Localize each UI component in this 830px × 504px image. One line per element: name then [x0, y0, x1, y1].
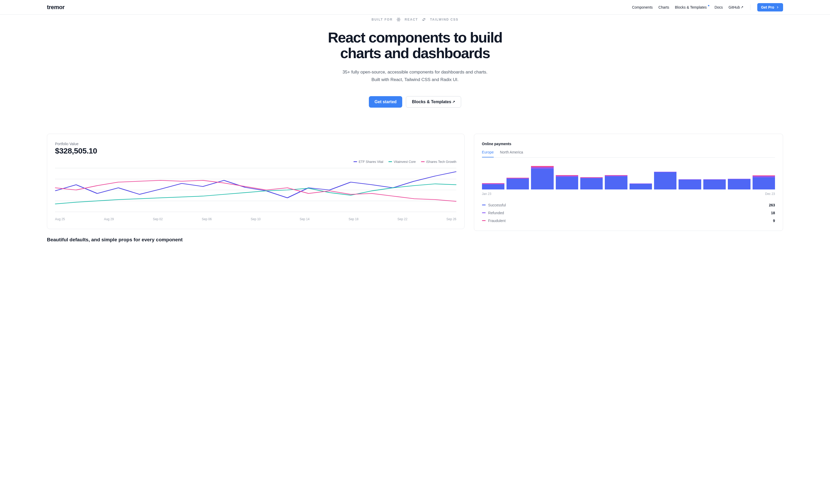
blocks-templates-button[interactable]: Blocks & Templates↗ — [406, 96, 461, 108]
nav-github[interactable]: GitHub↗ — [729, 5, 744, 9]
main-nav: Components Charts Blocks & Templates Doc… — [632, 3, 783, 11]
hero-ctas: Get started Blocks & Templates↗ — [0, 96, 830, 108]
x-tick: Aug 29 — [104, 217, 114, 221]
legend-item-vita: Vitainvest Core — [388, 160, 416, 164]
react-label: REACT — [405, 18, 418, 21]
bar-group — [703, 179, 726, 189]
x-tick: Sep 18 — [349, 217, 358, 221]
bar-segment — [654, 172, 676, 189]
legend-swatch — [388, 161, 392, 162]
bar-segment — [678, 180, 701, 189]
payments-title: Online payments — [482, 142, 775, 146]
tab-europe[interactable]: Europe — [482, 150, 494, 158]
tab-north-america[interactable]: North America — [500, 150, 523, 158]
bar-segment — [630, 184, 652, 190]
hero: BUILT FOR REACT TAILWIND CSS React compo… — [0, 14, 830, 121]
left-column: Portfolio Value $328,505.10 ETF Shares V… — [47, 134, 465, 243]
bar-chart-x-axis: Jan 23 Dec 23 — [482, 192, 775, 196]
bar-segment — [507, 179, 529, 189]
react-icon — [396, 17, 401, 22]
bar-group — [507, 178, 529, 190]
badge-dot-icon — [708, 5, 709, 6]
nav-blocks[interactable]: Blocks & Templates — [675, 5, 709, 9]
bar-group — [605, 175, 627, 190]
stat-value: 263 — [769, 203, 775, 207]
nav-components[interactable]: Components — [632, 5, 652, 9]
get-pro-button[interactable]: Get Pro — [757, 3, 783, 11]
site-header: tremor Components Charts Blocks & Templa… — [0, 0, 830, 14]
stat-value: 9 — [773, 219, 775, 223]
tailwind-icon — [422, 17, 426, 22]
x-tick: Aug 25 — [55, 217, 65, 221]
content-row: Portfolio Value $328,505.10 ETF Shares V… — [0, 121, 830, 248]
built-for-label: BUILT FOR — [372, 18, 392, 21]
nav-charts[interactable]: Charts — [659, 5, 669, 9]
tailwind-label: TAILWIND CSS — [430, 18, 458, 21]
x-tick: Sep 26 — [447, 217, 456, 221]
built-for-row: BUILT FOR REACT TAILWIND CSS — [0, 17, 830, 22]
bar-segment — [703, 180, 726, 189]
stat-swatch — [482, 205, 486, 205]
line-chart-x-axis: Aug 25Aug 29Sep 02Sep 06Sep 10Sep 14Sep … — [55, 217, 456, 221]
bar-group — [728, 179, 750, 189]
bar-group — [630, 183, 652, 190]
stat-value: 18 — [771, 211, 775, 215]
stat-row-refunded: Refunded 18 — [482, 211, 775, 215]
bar-segment — [482, 184, 504, 190]
bar-group — [531, 166, 553, 190]
stat-swatch — [482, 212, 486, 213]
legend-swatch — [421, 161, 425, 162]
stat-swatch — [482, 220, 486, 221]
bar-group — [678, 179, 701, 189]
hero-title: React components to build charts and das… — [0, 30, 830, 61]
payments-stats: Successful 263 Refunded 18 Fraudulent 9 — [482, 203, 775, 223]
stat-row-fraudulent: Fraudulent 9 — [482, 219, 775, 223]
portfolio-value: $328,505.10 — [55, 146, 456, 155]
portfolio-line-chart — [55, 165, 456, 215]
hero-subtitle: 35+ fully open-source, accessible compon… — [0, 69, 830, 83]
stat-row-successful: Successful 263 — [482, 203, 775, 207]
payments-tabs: Europe North America — [482, 150, 775, 158]
line-chart-legend: ETF Shares Vital Vitainvest Core iShares… — [55, 160, 456, 164]
chevron-right-icon — [776, 5, 779, 9]
bar-segment — [531, 169, 553, 190]
bar-segment — [580, 178, 603, 189]
payments-bar-chart — [482, 164, 775, 190]
brand-logo[interactable]: tremor — [47, 4, 65, 11]
bar-x-start: Jan 23 — [482, 192, 491, 196]
right-column: Online payments Europe North America Jan… — [474, 134, 783, 231]
bar-group — [753, 175, 775, 190]
portfolio-label: Portfolio Value — [55, 142, 456, 146]
x-tick: Sep 10 — [251, 217, 261, 221]
bar-segment — [605, 176, 627, 190]
bar-segment — [728, 179, 750, 189]
legend-item-etf: ETF Shares Vital — [353, 160, 383, 164]
x-tick: Sep 06 — [202, 217, 212, 221]
left-caption: Beautiful defaults, and simple props for… — [47, 237, 465, 243]
get-started-button[interactable]: Get started — [369, 96, 402, 108]
external-link-icon: ↗ — [452, 100, 455, 104]
bar-x-end: Dec 23 — [765, 192, 775, 196]
payments-card: Online payments Europe North America Jan… — [474, 134, 783, 231]
x-tick: Sep 14 — [299, 217, 310, 221]
nav-separator — [750, 4, 751, 10]
external-link-icon: ↗ — [741, 5, 743, 9]
portfolio-card: Portfolio Value $328,505.10 ETF Shares V… — [47, 134, 465, 229]
legend-swatch — [353, 161, 357, 162]
bar-segment — [556, 177, 578, 190]
bar-segment — [753, 177, 775, 190]
x-tick: Sep 22 — [397, 217, 408, 221]
bar-group — [482, 183, 504, 190]
bar-group — [580, 177, 603, 190]
bar-group — [654, 172, 676, 190]
nav-docs[interactable]: Docs — [714, 5, 723, 9]
bar-group — [556, 175, 578, 190]
x-tick: Sep 02 — [153, 217, 163, 221]
svg-point-0 — [398, 19, 399, 20]
legend-item-ishares: iShares Tech Growth — [421, 160, 456, 164]
